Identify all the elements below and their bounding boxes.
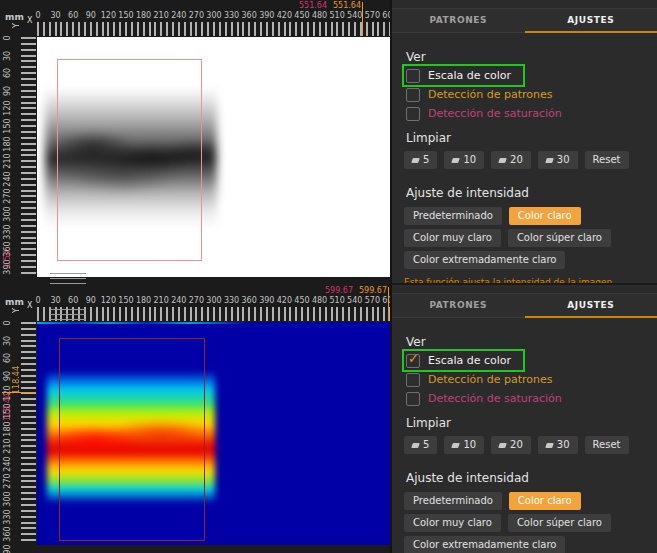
scan-image-grayscale[interactable]: [37, 37, 390, 277]
x-tick-label: 360: [242, 11, 257, 20]
clear-20-button[interactable]: 20: [491, 436, 531, 454]
clear-10-button[interactable]: 10: [444, 436, 484, 454]
eraser-icon: [545, 443, 554, 448]
y-tick-label: 180: [3, 421, 12, 436]
intensity-color-extremadamente-claro-button[interactable]: Color extremadamente claro: [404, 251, 565, 269]
tab-bar: PATRONES AJUSTES: [392, 8, 657, 33]
intensity-color-extremadamente-claro-button[interactable]: Color extremadamente claro: [404, 536, 565, 553]
x-tick-label: 330: [224, 296, 239, 305]
intensity-predeterminado-button[interactable]: Predeterminado: [404, 492, 502, 510]
x-tick-label: 120: [101, 11, 116, 20]
x-tick-label: 150: [118, 296, 133, 305]
x-tick-label: 450: [294, 11, 309, 20]
splitter-grip[interactable]: [50, 273, 86, 284]
x-tick-label: 480: [312, 11, 327, 20]
reset-button[interactable]: Reset: [585, 436, 629, 454]
checkbox-label: Detección de patrones: [428, 88, 552, 101]
x-tick-label: 210: [154, 296, 169, 305]
tab-patrones[interactable]: PATRONES: [392, 9, 525, 32]
tab-ajustes[interactable]: AJUSTES: [525, 9, 657, 32]
checkbox-label: Escala de color: [428, 354, 511, 367]
x-tick-label: 420: [277, 11, 292, 20]
clear-5-button[interactable]: 5: [404, 436, 437, 454]
x-marker-line: [362, 2, 363, 36]
y-tick-label: 360: [3, 527, 12, 542]
clear-10-button[interactable]: 10: [444, 151, 484, 169]
section-heading-ver: Ver: [406, 50, 657, 64]
y-tick-label: 90: [3, 86, 12, 96]
x-tick-label: 0: [35, 296, 40, 305]
eraser-icon: [411, 158, 420, 163]
checkbox-row-escala-de-color[interactable]: Escala de color: [406, 68, 521, 83]
roi-rectangle[interactable]: [59, 338, 205, 541]
clear-count: 20: [510, 155, 523, 165]
clear-30-button[interactable]: 30: [538, 151, 578, 169]
x-tick-label: 540: [347, 11, 362, 20]
x-tick-label: 270: [189, 296, 204, 305]
x-tick-label: 330: [224, 11, 239, 20]
checkbox-row-deteccion-de-patrones[interactable]: Detección de patrones: [406, 87, 552, 102]
image-viewer-grayscale: 551.64 551.64 mm X Y 0306090120150180210…: [0, 0, 390, 285]
checkbox-row-deteccion-de-saturacion[interactable]: Detección de saturación: [406, 106, 562, 121]
y-tick-label: 180: [3, 136, 12, 151]
y-tick-label: 150: [3, 118, 12, 133]
cursor-x-readout: 551.64 551.64: [299, 1, 361, 10]
scan-image-thermal[interactable]: [37, 322, 390, 545]
x-ruler-ticks: [37, 22, 390, 36]
tab-patrones[interactable]: PATRONES: [392, 294, 525, 317]
x-tick-label: 90: [86, 296, 96, 305]
intensity-predeterminado-button[interactable]: Predeterminado: [404, 207, 502, 225]
eraser-icon: [498, 158, 507, 163]
y-marker-value-pink: 1.54: [3, 250, 12, 268]
x-tick-label: 360: [242, 296, 257, 305]
checkbox-row-deteccion-de-saturacion[interactable]: Detección de saturación: [406, 391, 562, 406]
x-marker-value-orange: 599.67: [359, 286, 387, 295]
x-axis-label: X: [27, 301, 32, 310]
reset-button[interactable]: Reset: [585, 151, 629, 169]
x-tick-label: 240: [171, 296, 186, 305]
intensity-color-muy-claro-button[interactable]: Color muy claro: [404, 229, 501, 247]
checkbox[interactable]: [406, 69, 420, 83]
checkbox-label: Detección de saturación: [428, 107, 562, 120]
y-tick-label: 330: [3, 509, 12, 524]
x-tick-label: 180: [136, 296, 151, 305]
section-heading-limpiar: Limpiar: [406, 416, 657, 430]
intensity-color-super-claro-button[interactable]: Color súper claro: [508, 514, 611, 532]
y-tick-label: 300: [3, 206, 12, 221]
checkbox-row-escala-de-color[interactable]: Escala de color: [406, 353, 521, 368]
eraser-icon: [411, 443, 420, 448]
x-tick-label: 450: [294, 296, 309, 305]
y-tick-label: 300: [3, 491, 12, 506]
clear-count: 20: [510, 440, 523, 450]
checkbox[interactable]: [406, 88, 420, 102]
x-tick-label: 180: [136, 11, 151, 20]
checkbox[interactable]: [406, 373, 420, 387]
section-heading-intensidad: Ajuste de intensidad: [406, 186, 657, 200]
y-tick-label: 240: [3, 171, 12, 186]
checkbox-label: Detección de patrones: [428, 373, 552, 386]
intensity-color-muy-claro-button[interactable]: Color muy claro: [404, 514, 501, 532]
x-tick-label: 510: [330, 11, 345, 20]
x-tick-label: 0: [35, 11, 40, 20]
checkbox-row-deteccion-de-patrones[interactable]: Detección de patrones: [406, 372, 552, 387]
intensity-color-claro-button[interactable]: Color claro: [509, 207, 581, 225]
checkbox[interactable]: [406, 354, 420, 368]
intensity-color-super-claro-button[interactable]: Color súper claro: [508, 229, 611, 247]
x-tick-label: 30: [51, 296, 61, 305]
clear-buttons-row: 5 10 20 30 Reset: [404, 151, 657, 169]
x-tick-label: 600: [382, 11, 390, 20]
image-viewer-thermal: 599.67 599.67 mm X Y 0306090120150180210…: [0, 285, 390, 553]
clear-30-button[interactable]: 30: [538, 436, 578, 454]
checkbox[interactable]: [406, 392, 420, 406]
tab-ajustes[interactable]: AJUSTES: [525, 294, 657, 317]
intensity-color-claro-button[interactable]: Color claro: [509, 492, 581, 510]
clear-20-button[interactable]: 20: [491, 151, 531, 169]
clear-5-button[interactable]: 5: [404, 151, 437, 169]
x-tick-label: 150: [118, 11, 133, 20]
x-tick-label: 300: [206, 11, 221, 20]
x-marker-value-pink: 551.64: [299, 1, 327, 10]
roi-rectangle[interactable]: [57, 59, 202, 261]
checkbox[interactable]: [406, 107, 420, 121]
intensity-buttons-row: Predeterminado Color claro Color muy cla…: [404, 207, 648, 269]
splitter-grip[interactable]: [50, 309, 86, 320]
